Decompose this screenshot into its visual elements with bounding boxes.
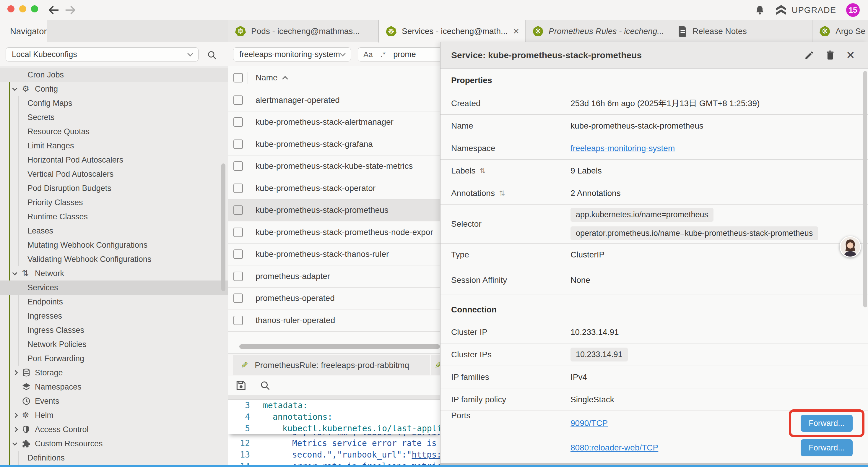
- service-row-prometheus-adapter[interactable]: prometheus-adapter: [228, 265, 440, 288]
- sidebar-item-limit-ranges[interactable]: Limit Ranges: [0, 139, 228, 153]
- sort-arrows-icon[interactable]: ⇅: [480, 167, 486, 175]
- sidebar-item-network-policies[interactable]: Network Policies: [0, 337, 228, 351]
- service-row-kube-prometheus-stack-operator[interactable]: kube-prometheus-stack-operator: [228, 177, 440, 200]
- sidebar-item-definitions[interactable]: Definitions: [0, 451, 228, 465]
- sidebar-item-port-forwarding[interactable]: Port Forwarding: [0, 351, 228, 366]
- sidebar-item-config-maps[interactable]: Config Maps: [0, 96, 228, 110]
- sidebar-item-priority-classes[interactable]: Priority Classes: [0, 195, 228, 209]
- row-checkbox[interactable]: [234, 162, 243, 171]
- sidebar-item-horizontal-pod-autoscalers[interactable]: Horizontal Pod Autoscalers: [0, 153, 228, 167]
- minimize-window-button[interactable]: [19, 5, 26, 12]
- sidebar-item-ingresses[interactable]: Ingresses: [0, 309, 228, 323]
- row-checkbox[interactable]: [234, 95, 243, 105]
- notification-badge[interactable]: 15: [846, 3, 860, 17]
- sidebar-scrollbar-thumb[interactable]: [221, 164, 225, 291]
- upgrade-button[interactable]: UPGRADE: [775, 5, 836, 15]
- service-row-kube-prometheus-stack-kube-state-metrics[interactable]: kube-prometheus-stack-kube-state-metrics: [228, 155, 440, 178]
- sidebar-item-services[interactable]: Services: [0, 281, 228, 295]
- namespace-link[interactable]: freeleaps-monitoring-system: [570, 144, 675, 153]
- chevron-right-icon[interactable]: [13, 371, 22, 375]
- editor-search-icon[interactable]: [260, 380, 270, 391]
- sidebar-item-mutating-webhook-configurations[interactable]: Mutating Webhook Configurations: [0, 238, 228, 252]
- delete-trash-icon[interactable]: [826, 50, 835, 60]
- row-checkbox[interactable]: [234, 228, 243, 237]
- forward-arrow-icon[interactable]: [64, 4, 77, 16]
- bell-icon[interactable]: [754, 5, 765, 16]
- table-horizontal-scrollbar-thumb[interactable]: [239, 344, 440, 349]
- tab-argo-se[interactable]: ☸Argo Se: [812, 20, 868, 42]
- chevron-down-icon[interactable]: [13, 442, 22, 445]
- row-checkbox[interactable]: [234, 316, 243, 325]
- chevron-right-icon[interactable]: [13, 413, 22, 417]
- name-column-header[interactable]: Name: [255, 73, 287, 83]
- editor-tab-clipped[interactable]: ✎: [431, 355, 440, 375]
- service-row-kube-prometheus-stack-alertmanager[interactable]: kube-prometheus-stack-alertmanager: [228, 111, 440, 134]
- close-tab-icon[interactable]: ✕: [507, 27, 519, 36]
- row-checkbox[interactable]: [234, 293, 243, 303]
- kubeconfig-select[interactable]: Local Kubeconfigs: [6, 47, 198, 61]
- row-checkbox[interactable]: [234, 205, 243, 215]
- runbook-url-link[interactable]: https://net: [412, 450, 440, 460]
- regex-icon[interactable]: .*: [380, 50, 385, 59]
- service-row-thanos-ruler-operated[interactable]: thanos-ruler-operated: [228, 310, 440, 332]
- editor-tab-prometheusrule[interactable]: ✎ PrometheusRule: freeleaps-prod-rabbitm…: [233, 355, 430, 375]
- sidebar-item-endpoints[interactable]: Endpoints: [0, 295, 228, 309]
- port-link[interactable]: 9090/TCP: [570, 418, 608, 428]
- user-avatar[interactable]: [840, 236, 861, 258]
- sidebar-item-vertical-pod-autoscalers[interactable]: Vertical Pod Autoscalers: [0, 167, 228, 181]
- sidebar-item-leases[interactable]: Leases: [0, 224, 228, 238]
- tab-release-notes[interactable]: Release Notes: [671, 20, 812, 42]
- yaml-editor[interactable]: 3metadata:4annotations:5kubectl.kubernet…: [228, 400, 440, 467]
- sidebar-item-config[interactable]: ⚙Config: [0, 82, 228, 96]
- tab-pods-icecheng-mathmas[interactable]: ☸Pods - icecheng@mathmas...: [228, 20, 378, 42]
- row-checkbox[interactable]: [234, 183, 243, 193]
- tab-prometheus-rules-icecheng[interactable]: ☸Prometheus Rules - icecheng...: [526, 20, 671, 42]
- row-checkbox[interactable]: [234, 140, 243, 149]
- port-forward-button[interactable]: Forward...: [801, 415, 852, 432]
- sidebar-item-pod-disruption-budgets[interactable]: Pod Disruption Budgets: [0, 181, 228, 195]
- service-row-alertmanager-operated[interactable]: alertmanager-operated: [228, 89, 440, 111]
- sidebar-item-network[interactable]: ⇅Network: [0, 266, 228, 281]
- sidebar-item-storage[interactable]: Storage: [0, 366, 228, 380]
- list-search-input[interactable]: Aa .* prome: [358, 47, 440, 61]
- sidebar-item-ingress-classes[interactable]: Ingress Classes: [0, 323, 228, 337]
- maximize-window-button[interactable]: [31, 5, 38, 12]
- service-row-kube-prometheus-stack-grafana[interactable]: kube-prometheus-stack-grafana: [228, 133, 440, 155]
- row-checkbox[interactable]: [234, 117, 243, 127]
- service-row-kube-prometheus-stack-thanos-ruler[interactable]: kube-prometheus-stack-thanos-ruler: [228, 243, 440, 266]
- sidebar-item-events[interactable]: Events: [0, 394, 228, 408]
- sidebar-item-validating-webhook-configurations[interactable]: Validating Webhook Configurations: [0, 252, 228, 266]
- select-all-checkbox[interactable]: [234, 73, 243, 83]
- service-row-kube-prometheus-stack-prometheus-node-expor[interactable]: kube-prometheus-stack-prometheus-node-ex…: [228, 222, 440, 243]
- service-row-kube-prometheus-stack-prometheus[interactable]: kube-prometheus-stack-prometheus: [228, 200, 440, 222]
- sidebar-item-namespaces[interactable]: Namespaces: [0, 380, 228, 394]
- chevron-right-icon[interactable]: [13, 428, 22, 431]
- row-checkbox[interactable]: [234, 272, 243, 281]
- chevron-down-icon[interactable]: [13, 88, 22, 90]
- sidebar-item-helm[interactable]: ☸Helm: [0, 408, 228, 422]
- namespace-select[interactable]: freeleaps-monitoring-system: [233, 47, 351, 61]
- port-forward-button[interactable]: Forward...: [801, 439, 852, 456]
- port-link[interactable]: 8080:reloader-web/TCP: [570, 443, 658, 453]
- back-arrow-icon[interactable]: [47, 4, 60, 16]
- match-case-icon[interactable]: Aa: [363, 50, 373, 59]
- sidebar-item-runtime-classes[interactable]: Runtime Classes: [0, 209, 228, 224]
- sidebar-item-custom-resources[interactable]: Custom Resources: [0, 437, 228, 451]
- editor-scroll-band[interactable]: [228, 395, 440, 400]
- sidebar-item-access-control[interactable]: Access Control: [0, 422, 228, 437]
- sidebar-item-cron-jobs[interactable]: Cron Jobs: [0, 68, 228, 82]
- sidebar-item-resource-quotas[interactable]: Resource Quotas: [0, 124, 228, 139]
- chevron-down-icon[interactable]: [13, 272, 22, 274]
- row-checkbox[interactable]: [234, 250, 243, 259]
- sort-arrows-icon[interactable]: ⇅: [499, 189, 505, 198]
- service-row-prometheus-operated[interactable]: prometheus-operated: [228, 288, 440, 310]
- navigator-tab[interactable]: Navigator: [0, 20, 47, 42]
- tab-services-icecheng-math[interactable]: ☸Services - icecheng@math...✕: [378, 20, 526, 42]
- save-icon[interactable]: [235, 380, 246, 391]
- close-icon[interactable]: ✕: [846, 49, 855, 61]
- close-window-button[interactable]: [7, 5, 14, 12]
- details-vertical-scrollbar-thumb[interactable]: [863, 71, 867, 308]
- edit-pencil-icon[interactable]: [804, 50, 814, 60]
- sidebar-search-icon[interactable]: [207, 50, 217, 60]
- sidebar-item-secrets[interactable]: Secrets: [0, 110, 228, 124]
